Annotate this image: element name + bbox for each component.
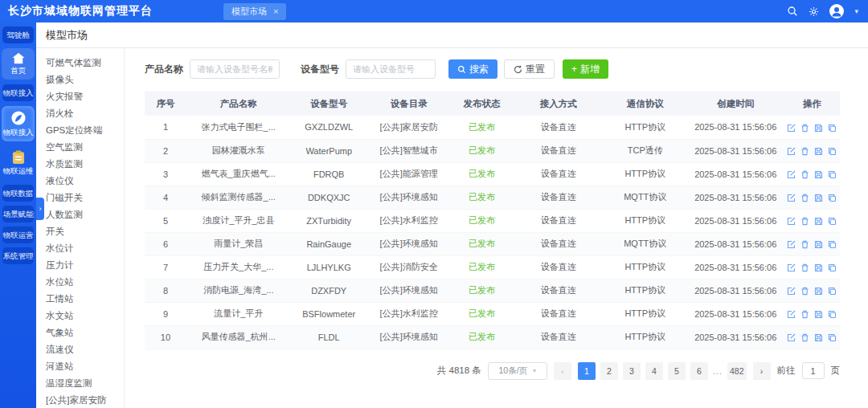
- page-button-2[interactable]: 2: [600, 362, 618, 380]
- edit-icon[interactable]: [787, 263, 796, 272]
- gear-icon[interactable]: [809, 6, 819, 17]
- category-item[interactable]: 消火栓: [36, 105, 124, 122]
- delete-icon[interactable]: [800, 217, 809, 226]
- copy-icon[interactable]: [828, 333, 837, 342]
- page-button-3[interactable]: 3: [623, 362, 641, 380]
- copy-icon[interactable]: [828, 287, 837, 296]
- delete-icon[interactable]: [800, 194, 809, 202]
- jump-page-input[interactable]: [802, 362, 825, 379]
- save-icon[interactable]: [814, 310, 823, 319]
- cell-seq: 3: [145, 162, 186, 186]
- edit-icon[interactable]: [787, 147, 796, 156]
- cell-seq: 5: [145, 209, 186, 232]
- category-item[interactable]: 水文站: [36, 308, 124, 324]
- delete-icon[interactable]: [800, 240, 809, 249]
- save-icon[interactable]: [814, 194, 823, 202]
- edit-icon[interactable]: [787, 240, 796, 249]
- category-item[interactable]: 温湿度监测: [36, 375, 124, 392]
- delete-icon[interactable]: [800, 263, 809, 272]
- save-icon[interactable]: [814, 240, 823, 249]
- category-item[interactable]: 人数监测: [36, 206, 124, 223]
- category-item[interactable]: 气象站: [36, 324, 124, 341]
- edit-icon[interactable]: [787, 217, 796, 226]
- save-icon[interactable]: [814, 287, 823, 296]
- copy-icon[interactable]: [828, 194, 837, 202]
- copy-icon[interactable]: [828, 170, 837, 179]
- save-icon[interactable]: [814, 217, 823, 226]
- delete-icon[interactable]: [800, 287, 809, 296]
- device-model-input[interactable]: [346, 59, 436, 79]
- sidebar-item[interactable]: 驾驶舱: [2, 27, 34, 43]
- tab-model-market[interactable]: 模型市场 ×: [223, 3, 286, 20]
- product-name-input[interactable]: [190, 59, 280, 79]
- search-button[interactable]: 搜索: [448, 59, 497, 79]
- copy-icon[interactable]: [828, 240, 837, 249]
- category-item[interactable]: 工情站: [36, 291, 124, 308]
- category-item[interactable]: 流速仪: [36, 341, 124, 358]
- edit-icon[interactable]: [787, 287, 796, 296]
- sidebar-item[interactable]: 物联数据: [2, 185, 34, 202]
- category-item[interactable]: 河道站: [36, 358, 124, 375]
- home-icon: [2, 52, 35, 64]
- edit-icon[interactable]: [787, 194, 796, 202]
- reset-button[interactable]: 重置: [504, 59, 555, 79]
- edit-icon[interactable]: [787, 333, 796, 342]
- cell-model: GXZLDZWL: [291, 116, 367, 139]
- add-button[interactable]: + 新增: [563, 59, 608, 79]
- next-page-button[interactable]: ›: [753, 362, 771, 380]
- sidebar-item[interactable]: 物联运维: [2, 146, 35, 180]
- copy-icon[interactable]: [828, 217, 837, 226]
- sidebar-item[interactable]: 系统管理: [2, 247, 34, 264]
- category-item[interactable]: 门磁开关: [36, 190, 124, 206]
- category-item[interactable]: 水位计: [36, 240, 124, 257]
- sidebar-item[interactable]: 场景赋能: [2, 206, 34, 222]
- delete-icon[interactable]: [800, 147, 809, 156]
- page-button-4[interactable]: 4: [645, 362, 663, 380]
- edit-icon[interactable]: [787, 310, 796, 319]
- caret-down-icon[interactable]: ▾: [854, 7, 858, 15]
- save-icon[interactable]: [814, 170, 823, 179]
- collapse-handle[interactable]: ›: [36, 198, 44, 220]
- sidebar-item[interactable]: 物联接入: [2, 84, 34, 101]
- copy-icon[interactable]: [828, 263, 837, 272]
- category-item[interactable]: 摄像头: [36, 71, 124, 88]
- category-item[interactable]: [公共]家居安防: [36, 392, 124, 408]
- category-item[interactable]: GPS定位终端: [36, 122, 124, 139]
- category-item[interactable]: 空气监测: [36, 139, 124, 156]
- page-button-1[interactable]: 1: [578, 362, 596, 380]
- page-button-482[interactable]: 482: [727, 362, 747, 380]
- prev-page-button[interactable]: ‹: [554, 362, 571, 380]
- copy-icon[interactable]: [828, 147, 837, 156]
- copy-icon[interactable]: [828, 124, 837, 133]
- category-item[interactable]: 火灾报警: [36, 88, 124, 105]
- category-item[interactable]: 液位仪: [36, 173, 124, 190]
- search-icon[interactable]: [787, 6, 798, 17]
- edit-icon[interactable]: [787, 170, 796, 179]
- page-size-select[interactable]: 10条/页 ▾: [488, 362, 547, 380]
- category-item[interactable]: 水位站: [36, 274, 124, 291]
- column-header: 创建时间: [687, 92, 784, 116]
- save-icon[interactable]: [814, 147, 823, 156]
- category-item[interactable]: 压力计: [36, 257, 124, 274]
- edit-icon[interactable]: [787, 124, 796, 133]
- copy-icon[interactable]: [828, 310, 837, 319]
- page-button-5[interactable]: 5: [668, 362, 686, 380]
- sidebar-item[interactable]: 物联运营: [2, 226, 34, 243]
- save-icon[interactable]: [814, 263, 823, 272]
- avatar[interactable]: [829, 4, 844, 18]
- save-icon[interactable]: [814, 333, 823, 342]
- cell-name: 浊度计_平升_忠县: [186, 209, 291, 232]
- cell-status: 已发布: [451, 255, 514, 279]
- close-icon[interactable]: ×: [273, 6, 278, 16]
- page-button-6[interactable]: 6: [690, 362, 708, 380]
- delete-icon[interactable]: [800, 333, 809, 342]
- category-item[interactable]: 水质监测: [36, 156, 124, 173]
- delete-icon[interactable]: [800, 124, 809, 133]
- save-icon[interactable]: [814, 124, 823, 133]
- category-item[interactable]: 开关: [36, 223, 124, 240]
- category-item[interactable]: 可燃气体监测: [36, 55, 124, 71]
- sidebar-item[interactable]: 物联接入: [2, 106, 35, 141]
- delete-icon[interactable]: [800, 310, 809, 319]
- delete-icon[interactable]: [800, 170, 809, 179]
- sidebar-item[interactable]: 首页: [2, 48, 35, 80]
